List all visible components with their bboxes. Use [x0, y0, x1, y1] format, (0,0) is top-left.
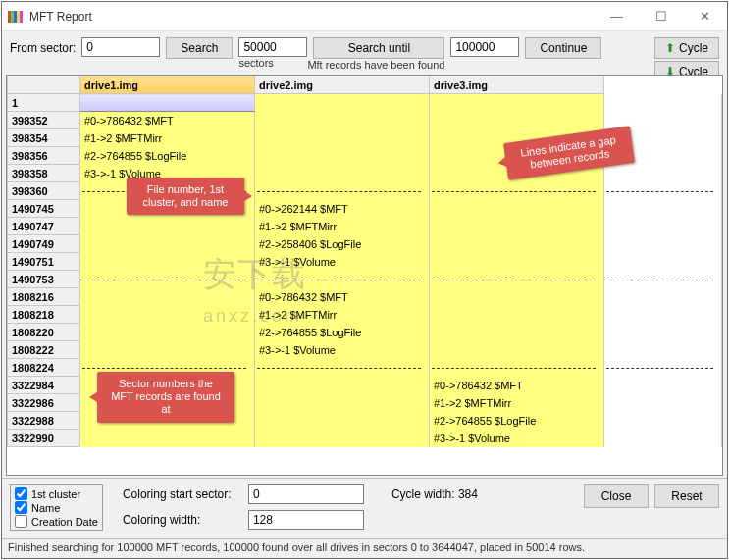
data-cell[interactable] [255, 129, 430, 147]
data-cell[interactable] [80, 94, 255, 112]
data-cell[interactable] [255, 359, 430, 377]
data-cell[interactable] [430, 200, 604, 218]
coloring-width-input[interactable] [248, 510, 364, 530]
chk-1st-cluster[interactable]: 1st cluster [15, 487, 98, 500]
data-cell[interactable] [80, 271, 255, 288]
data-cell[interactable] [255, 182, 430, 200]
sector-cell[interactable]: 1490749 [8, 235, 80, 253]
table-row[interactable]: 1490745#0->262144 $MFT [8, 200, 722, 218]
data-cell[interactable] [255, 94, 430, 112]
data-cell[interactable]: #3->-1 $Volume [255, 253, 430, 271]
table-row[interactable]: 1808216#0->786432 $MFT [8, 288, 722, 306]
data-cell[interactable] [255, 377, 430, 394]
sector-cell[interactable]: 3322984 [8, 377, 80, 394]
sector-cell[interactable]: 398354 [8, 129, 80, 147]
sector-cell[interactable]: 398352 [8, 112, 80, 129]
data-cell[interactable]: #0->786432 $MFT [430, 377, 604, 394]
data-cell[interactable]: #1->2 $MFTMirr [255, 306, 430, 324]
table-row[interactable]: 1490751#3->-1 $Volume [8, 253, 722, 271]
data-cell[interactable] [255, 271, 430, 288]
data-cell[interactable] [255, 394, 430, 412]
data-cell[interactable] [80, 430, 255, 447]
from-sector-input[interactable] [81, 37, 160, 57]
chk-name[interactable]: Name [15, 501, 98, 514]
col-drive2-header[interactable]: drive2.img [255, 76, 430, 94]
col-drive3-header[interactable]: drive3.img [430, 76, 604, 94]
data-cell[interactable]: #2->764855 $LogFile [430, 412, 604, 430]
data-cell[interactable]: #1->2 $MFTMirr [430, 394, 604, 412]
close-button[interactable]: ✕ [683, 2, 727, 31]
table-row[interactable]: 1490753 [8, 271, 722, 288]
sector-cell[interactable]: 1808216 [8, 288, 80, 306]
data-cell[interactable]: #0->262144 $MFT [255, 200, 430, 218]
table-row[interactable]: 1808220#2->764855 $LogFile [8, 324, 722, 341]
until-input[interactable] [450, 37, 519, 57]
data-cell[interactable] [430, 324, 604, 341]
table-row[interactable]: 398358#3->-1 $Volume [8, 165, 722, 182]
data-cell[interactable]: #0->786432 $MFT [255, 288, 430, 306]
data-cell[interactable]: #1->2 $MFTMirr [80, 129, 255, 147]
sectors-input[interactable] [238, 37, 307, 57]
sector-cell[interactable]: 1808224 [8, 359, 80, 377]
sector-cell[interactable]: 398358 [8, 165, 80, 182]
data-cell[interactable] [255, 165, 430, 182]
continue-button[interactable]: Continue [525, 37, 601, 59]
data-cell[interactable] [255, 112, 430, 129]
sector-cell[interactable]: 1490747 [8, 218, 80, 235]
data-cell[interactable] [430, 359, 604, 377]
data-cell[interactable]: #2->764855 $LogFile [255, 324, 430, 341]
col-sector-header[interactable] [8, 76, 80, 94]
sector-cell[interactable]: 1490753 [8, 271, 80, 288]
data-cell[interactable] [430, 182, 604, 200]
data-cell[interactable] [255, 412, 430, 430]
data-cell[interactable] [430, 112, 604, 129]
data-cell[interactable] [80, 235, 255, 253]
sector-cell[interactable]: 3322986 [8, 394, 80, 412]
table-area[interactable]: drive1.img drive2.img drive3.img 1398352… [6, 75, 723, 476]
data-cell[interactable] [255, 147, 430, 165]
data-cell[interactable]: #2->764855 $LogFile [80, 147, 255, 165]
data-cell[interactable]: #3->-1 $Volume [430, 430, 604, 447]
sector-cell[interactable]: 3322990 [8, 430, 80, 447]
table-row[interactable]: 3322990#3->-1 $Volume [8, 430, 722, 447]
table-row[interactable]: 1808222#3->-1 $Volume [8, 341, 722, 359]
chk-creation-date[interactable]: Creation Date [15, 515, 98, 528]
data-cell[interactable] [430, 271, 604, 288]
maximize-button[interactable]: ☐ [639, 2, 683, 31]
table-row[interactable]: 398360 [8, 182, 722, 200]
data-cell[interactable]: #0->786432 $MFT [80, 112, 255, 129]
data-cell[interactable]: #3->-1 $Volume [255, 341, 430, 359]
data-cell[interactable] [430, 218, 604, 235]
data-cell[interactable] [80, 253, 255, 271]
sector-cell[interactable]: 1808218 [8, 306, 80, 324]
sector-cell[interactable]: 1490751 [8, 253, 80, 271]
data-cell[interactable] [80, 341, 255, 359]
table-row[interactable]: 1808218#1->2 $MFTMirr [8, 306, 722, 324]
coloring-start-input[interactable] [248, 484, 364, 504]
sector-cell[interactable]: 1808220 [8, 324, 80, 341]
data-cell[interactable] [80, 288, 255, 306]
sector-cell[interactable]: 398360 [8, 182, 80, 200]
table-row[interactable]: 1490747#1->2 $MFTMirr [8, 218, 722, 235]
data-cell[interactable] [430, 288, 604, 306]
search-button[interactable]: Search [166, 37, 233, 59]
data-cell[interactable] [80, 306, 255, 324]
data-cell[interactable]: #2->258406 $LogFile [255, 235, 430, 253]
data-cell[interactable] [430, 235, 604, 253]
reset-button[interactable]: Reset [654, 484, 719, 508]
data-cell[interactable] [430, 341, 604, 359]
data-cell[interactable] [80, 218, 255, 235]
col-drive1-header[interactable]: drive1.img [80, 76, 255, 94]
table-row[interactable]: 1 [8, 94, 722, 112]
sector-cell[interactable]: 398356 [8, 147, 80, 165]
table-row[interactable]: 398352#0->786432 $MFT [8, 112, 722, 129]
data-cell[interactable]: #1->2 $MFTMirr [255, 218, 430, 235]
sector-cell[interactable]: 3322988 [8, 412, 80, 430]
data-cell[interactable] [255, 430, 430, 447]
sector-cell[interactable]: 1 [8, 94, 80, 112]
sector-cell[interactable]: 1808222 [8, 341, 80, 359]
data-cell[interactable] [430, 253, 604, 271]
data-cell[interactable] [430, 94, 604, 112]
minimize-button[interactable]: — [595, 2, 639, 31]
close-button-bottom[interactable]: Close [584, 484, 649, 508]
